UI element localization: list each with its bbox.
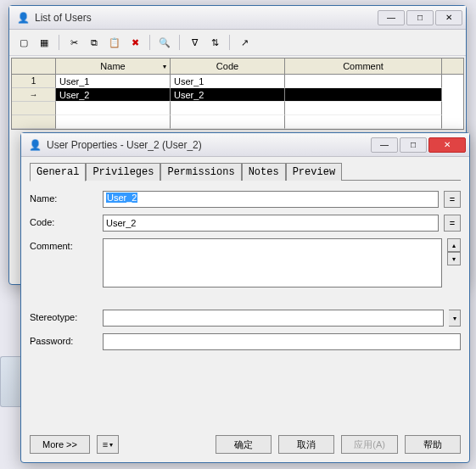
sort-icon[interactable]: ⇅	[205, 33, 224, 52]
code-input[interactable]	[103, 215, 439, 232]
dialog-title: User Properties - User_2 (User_2)	[47, 139, 371, 151]
tab-general[interactable]: General	[30, 163, 86, 181]
cut-icon[interactable]: ✂	[64, 33, 83, 52]
comment-label: Comment:	[30, 238, 98, 251]
name-sync-button[interactable]: =	[444, 191, 461, 208]
comment-input[interactable]	[103, 238, 442, 288]
close-button[interactable]: ✕	[435, 10, 462, 25]
row-header-corner	[12, 59, 56, 74]
list-toolbar: ▢ ▦ ✂ ⧉ 📋 ✖ 🔍 ∇ ⇅ ↗	[9, 30, 466, 56]
apply-button[interactable]: 应用(A)	[341, 435, 398, 454]
code-sync-button[interactable]: =	[444, 215, 461, 232]
password-input[interactable]	[103, 333, 461, 350]
comment-scrollbar[interactable]: ▴ ▾	[447, 238, 461, 265]
list-window-title: List of Users	[35, 12, 378, 24]
table-row-empty[interactable]	[12, 102, 463, 115]
scroll-down-icon[interactable]: ▾	[447, 252, 461, 265]
users-grid: Name ▾ Code Comment 1 User_1 User_1 → Us…	[11, 58, 464, 130]
table-row[interactable]: 1 User_1 User_1	[12, 75, 463, 88]
cell-code[interactable]: User_1	[171, 75, 285, 88]
user-icon: 👤	[28, 138, 42, 152]
close-button[interactable]: ✕	[428, 137, 466, 153]
tab-preview[interactable]: Preview	[286, 163, 342, 181]
filter-icon[interactable]: ∇	[185, 33, 204, 52]
tab-privileges[interactable]: Privileges	[86, 163, 160, 181]
cell-comment[interactable]	[285, 88, 442, 102]
chevron-down-icon: ▾	[109, 441, 113, 449]
copy-icon[interactable]: ⧉	[85, 33, 104, 52]
grid-header: Name ▾ Code Comment	[12, 59, 463, 75]
dialog-body: General Privileges Permissions Notes Pre…	[21, 157, 469, 366]
table-row-empty[interactable]	[12, 115, 463, 129]
code-label: Code:	[30, 215, 98, 227]
col-name[interactable]: Name ▾	[56, 59, 171, 74]
minimize-button[interactable]: —	[378, 10, 405, 25]
tab-notes[interactable]: Notes	[242, 163, 286, 181]
password-label: Password:	[30, 333, 98, 346]
user-properties-dialog: 👤 User Properties - User_2 (User_2) — □ …	[20, 132, 470, 463]
stereotype-dropdown-icon[interactable]: ▾	[449, 310, 461, 327]
grid-icon[interactable]: ▦	[35, 33, 53, 52]
more-button[interactable]: More >>	[30, 435, 90, 454]
dialog-button-row: More >> ≡ ▾ 确定 取消 应用(A) 帮助	[30, 435, 461, 454]
export-icon[interactable]: ↗	[235, 33, 254, 52]
ok-button[interactable]: 确定	[216, 435, 272, 454]
scroll-up-icon[interactable]: ▴	[447, 238, 461, 252]
new-icon[interactable]: ▢	[14, 33, 33, 52]
col-code[interactable]: Code	[171, 59, 285, 74]
tab-strip: General Privileges Permissions Notes Pre…	[30, 162, 461, 181]
paste-icon[interactable]: 📋	[105, 33, 124, 52]
tab-permissions[interactable]: Permissions	[160, 163, 241, 181]
table-row[interactable]: → User_2 User_2	[12, 88, 463, 102]
menu-button[interactable]: ≡ ▾	[97, 435, 119, 454]
cell-comment[interactable]	[285, 75, 442, 88]
delete-icon[interactable]: ✖	[126, 33, 144, 52]
col-comment[interactable]: Comment	[285, 59, 442, 74]
row-index: 1	[12, 75, 56, 88]
cell-name[interactable]: User_1	[56, 75, 171, 88]
help-button[interactable]: 帮助	[405, 435, 461, 454]
cancel-button[interactable]: 取消	[278, 435, 334, 454]
stereotype-input[interactable]	[103, 310, 444, 327]
maximize-button[interactable]: □	[406, 10, 434, 25]
current-row-icon: →	[12, 88, 56, 102]
cell-name[interactable]: User_2	[56, 88, 171, 102]
sort-indicator-icon: ▾	[163, 63, 166, 70]
maximize-button[interactable]: □	[400, 137, 427, 153]
cell-code[interactable]: User_2	[171, 88, 285, 102]
minimize-button[interactable]: —	[371, 137, 398, 153]
name-input[interactable]: User_2	[103, 191, 439, 208]
list-titlebar: 👤 List of Users — □ ✕	[9, 6, 466, 30]
stereotype-label: Stereotype:	[30, 310, 98, 322]
dialog-titlebar: 👤 User Properties - User_2 (User_2) — □ …	[21, 133, 469, 157]
find-icon[interactable]: 🔍	[155, 33, 174, 52]
name-label: Name:	[30, 191, 98, 204]
user-icon: 👤	[16, 11, 30, 25]
menu-icon: ≡	[103, 439, 108, 449]
